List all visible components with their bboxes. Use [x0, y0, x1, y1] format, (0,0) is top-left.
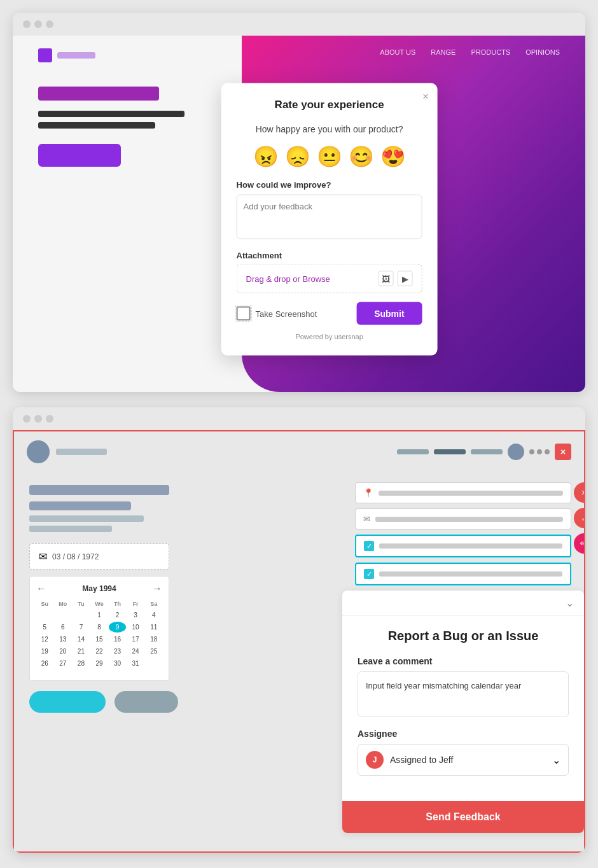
- w2-dot-3: [545, 449, 550, 454]
- form-field-checkbox-2[interactable]: ✓: [355, 563, 571, 585]
- attachment-label: Attachment: [237, 251, 422, 260]
- emoji-angry[interactable]: 😠: [253, 144, 279, 169]
- cal-day-27[interactable]: 27: [55, 658, 72, 669]
- cal-header-su: Su: [36, 599, 53, 608]
- feedback-textarea[interactable]: [237, 195, 422, 239]
- window1-logo: [38, 48, 95, 62]
- bug-panel-chevron[interactable]: ⌄: [566, 597, 574, 609]
- cal-day-24[interactable]: 24: [127, 646, 144, 657]
- cal-day-4[interactable]: 4: [145, 610, 162, 620]
- cal-day-13[interactable]: 13: [55, 634, 72, 645]
- screenshot-button[interactable]: Take Screenshot: [237, 307, 317, 321]
- cal-day-8[interactable]: 8: [91, 622, 108, 633]
- red-border-frame: × ✉ 03 / 08 / 1972: [13, 430, 585, 853]
- cal-day-3[interactable]: 3: [127, 610, 144, 620]
- w2-gray-button[interactable]: [115, 691, 178, 713]
- bug-report-panel: ⌄ Report a Bug or an Issue Leave a comme…: [342, 591, 584, 833]
- cal-day-30[interactable]: 30: [109, 658, 126, 669]
- submit-button[interactable]: Submit: [356, 302, 422, 325]
- cal-day-17[interactable]: 17: [127, 634, 144, 645]
- browser-titlebar-2: [13, 407, 585, 430]
- side-close-btn[interactable]: ×: [574, 482, 585, 503]
- w2-nav-item-3: [471, 449, 503, 454]
- cal-day-2[interactable]: 2: [109, 610, 126, 620]
- modal-question: How happy are you with our product?: [237, 124, 422, 134]
- send-feedback-button[interactable]: Send Feedback: [342, 801, 584, 833]
- nav-products[interactable]: PRODUCTS: [471, 48, 510, 56]
- emoji-sad[interactable]: 😞: [285, 144, 310, 169]
- w2-nav-item-1: [397, 449, 429, 454]
- image-icon-btn[interactable]: 🖼: [379, 271, 394, 286]
- nav-range[interactable]: RANGE: [431, 48, 455, 56]
- location-icon: 📍: [363, 488, 373, 498]
- browse-link[interactable]: Browse: [302, 274, 330, 283]
- cal-day-6[interactable]: 6: [55, 622, 72, 633]
- browser-content-2: × ✉ 03 / 08 / 1972: [13, 430, 585, 853]
- cal-day-7[interactable]: 7: [73, 622, 90, 633]
- cal-day-14[interactable]: 14: [73, 634, 90, 645]
- cal-day-31[interactable]: 31: [127, 658, 144, 669]
- calendar-prev-button[interactable]: ←: [36, 583, 46, 594]
- w2-dot-2: [537, 449, 542, 454]
- date-input-value: 03 / 08 / 1972: [52, 552, 99, 561]
- cal-day-22[interactable]: 22: [91, 646, 108, 657]
- assignee-chevron-icon: ⌄: [552, 754, 560, 766]
- form-field-location[interactable]: 📍: [355, 482, 571, 503]
- cal-day-21[interactable]: 21: [73, 646, 90, 657]
- cal-day-10[interactable]: 10: [127, 622, 144, 633]
- content-cta-button[interactable]: [38, 144, 121, 167]
- browser-window-1: ABOUT US RANGE PRODUCTS OPINIONS × Rate …: [13, 13, 585, 392]
- browser-dot-green: [46, 20, 53, 28]
- calendar-grid: Su Mo Tu We Th Fr Sa: [36, 599, 162, 674]
- browser-dot-2-red: [23, 415, 31, 423]
- browser-content-1: ABOUT US RANGE PRODUCTS OPINIONS × Rate …: [13, 36, 585, 392]
- cal-day-5[interactable]: 5: [36, 622, 53, 633]
- calendar-next-button[interactable]: →: [152, 583, 162, 594]
- cal-day-1[interactable]: 1: [91, 610, 108, 620]
- date-input-container[interactable]: ✉ 03 / 08 / 1972: [29, 543, 169, 570]
- w2-text-2: [29, 501, 131, 510]
- cal-day-empty-2: [55, 610, 72, 620]
- cal-day-9-today[interactable]: 9: [109, 622, 126, 633]
- calendar-header: ← May 1994 →: [36, 583, 162, 594]
- attachment-dropzone[interactable]: Drag & drop or Browse 🖼 ▶: [237, 264, 422, 293]
- side-screenshot-btn[interactable]: ⤢: [574, 508, 585, 528]
- cal-day-12[interactable]: 12: [36, 634, 53, 645]
- cal-day-28[interactable]: 28: [73, 658, 90, 669]
- bug-comment-box[interactable]: Input field year mismatching calendar ye…: [358, 671, 569, 717]
- w2-teal-button[interactable]: [29, 691, 106, 713]
- cal-day-19[interactable]: 19: [36, 646, 53, 657]
- cal-day-29[interactable]: 29: [91, 658, 108, 669]
- assignee-name: Assigned to Jeff: [390, 755, 453, 765]
- cal-day-11[interactable]: 11: [145, 622, 162, 633]
- emoji-rating-row: 😠 😞 😐 😊 😍: [237, 144, 422, 169]
- w2-avatar: [27, 440, 50, 463]
- nav-about[interactable]: ABOUT US: [380, 48, 415, 56]
- emoji-happy[interactable]: 😊: [349, 144, 374, 169]
- checkbox-1[interactable]: ✓: [364, 541, 374, 551]
- modal-title: Rate your experience: [237, 99, 422, 111]
- cal-day-25[interactable]: 25: [145, 646, 162, 657]
- side-edit-btn[interactable]: ✏: [574, 533, 585, 554]
- cal-day-18[interactable]: 18: [145, 634, 162, 645]
- browser-window-2: × ✉ 03 / 08 / 1972: [13, 407, 585, 853]
- checkbox-2[interactable]: ✓: [364, 569, 374, 579]
- calendar-widget: ← May 1994 → Su Mo Tu We Th Fr: [29, 576, 169, 681]
- modal-close-button[interactable]: ×: [422, 91, 428, 102]
- w2-close-red-button[interactable]: ×: [555, 444, 571, 460]
- form-field-checkbox-1[interactable]: ✓: [355, 535, 571, 557]
- side-action-buttons: × ⤢ ✏: [574, 482, 585, 554]
- emoji-neutral[interactable]: 😐: [317, 144, 342, 169]
- cal-day-16[interactable]: 16: [109, 634, 126, 645]
- assignee-dropdown[interactable]: J Assigned to Jeff ⌄: [358, 744, 569, 776]
- emoji-love[interactable]: 😍: [380, 144, 406, 169]
- video-icon-btn[interactable]: ▶: [398, 271, 413, 286]
- cal-day-23[interactable]: 23: [109, 646, 126, 657]
- cal-day-20[interactable]: 20: [55, 646, 72, 657]
- w2-topbar-right: ×: [397, 444, 571, 460]
- nav-opinions[interactable]: OPINIONS: [525, 48, 560, 56]
- assignee-avatar: J: [366, 751, 384, 769]
- cal-day-26[interactable]: 26: [36, 658, 53, 669]
- form-field-email[interactable]: ✉: [355, 508, 571, 529]
- cal-day-15[interactable]: 15: [91, 634, 108, 645]
